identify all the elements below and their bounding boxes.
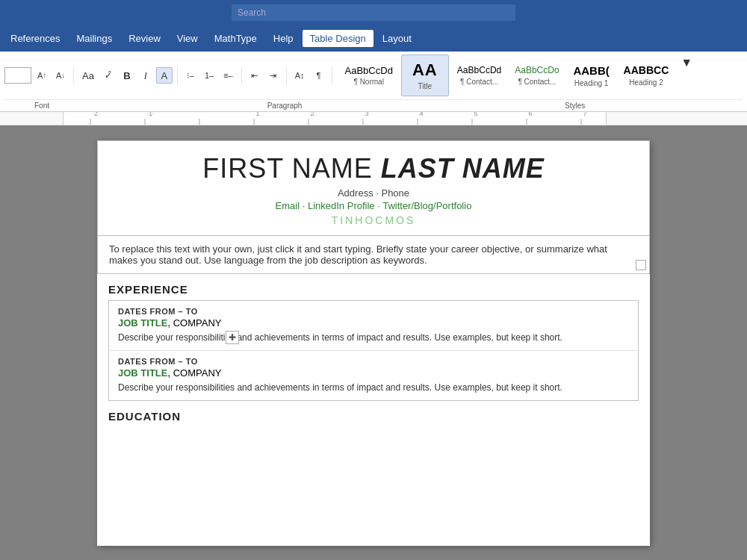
style-contact2-preview: AaBbCcDo [515, 65, 559, 75]
paragraph-section-label: Paragraph [208, 102, 309, 110]
menu-help[interactable]: Help [266, 30, 301, 47]
font-size-group: 35 A↑ A↓ [4, 67, 74, 84]
exp-desc-1: Describe your responsibilities and achie… [118, 332, 629, 344]
search-box[interactable] [232, 4, 515, 21]
style-title-label: Title [418, 82, 433, 90]
style-heading1[interactable]: AABB( Heading 1 [568, 55, 616, 96]
exp-dates-1: DATES FROM – TO [118, 307, 629, 316]
job-title-2: JOB TITLE, [118, 367, 170, 379]
decrease-indent[interactable]: ⇤ [247, 67, 263, 84]
last-name: LAST NAME [381, 153, 545, 184]
ribbon-row2: Font Paragraph Styles [4, 99, 743, 111]
menu-layout[interactable]: Layout [375, 30, 419, 47]
ruler-tick-0 [199, 119, 200, 125]
ribbon-row1: 35 A↑ A↓ Aa ✓̂ B I A ⁝– 1– ≡– ⇤ ⇥ A↕ ¶ [4, 55, 743, 99]
style-contact2[interactable]: AaBbCcDo ¶ Contact... [509, 55, 564, 96]
font-section-label: Font [4, 102, 55, 110]
indent-group: ⇤ ⇥ [247, 67, 287, 84]
resume-links: Email · LinkedIn Profile · Twitter/Blog/… [113, 200, 634, 211]
ruler-tick-2: ·2· [90, 119, 91, 125]
experience-cell-1: DATES FROM – TO JOB TITLE, COMPANY Descr… [109, 301, 639, 351]
document-area: ✚ FIRST NAME LAST NAME Address · Phone E… [0, 125, 747, 560]
multilevel-list-btn[interactable]: ≡– [220, 67, 237, 84]
style-normal[interactable]: AaBbCcDd ¶ Normal [340, 55, 398, 96]
style-contact1[interactable]: AaBbCcDd ¶ Contact... [452, 55, 506, 96]
font-italic[interactable]: I [137, 67, 154, 84]
menu-references[interactable]: References [3, 30, 67, 47]
ruler-tick-2b: 2 [309, 119, 309, 125]
resume-watermark: TINHOCMOS [113, 214, 634, 226]
bullet-list-btn[interactable]: ⁝– [182, 67, 199, 84]
experience-heading: EXPERIENCE [97, 274, 650, 300]
menu-mathtype[interactable]: MathType [207, 30, 264, 47]
ruler-tick-1b: 1 [254, 119, 255, 125]
style-contact2-label: ¶ Contact... [518, 78, 556, 86]
experience-table: DATES FROM – TO JOB TITLE, COMPANY Descr… [108, 300, 639, 401]
styles-section: AaBbCcDd ¶ Normal AA Title AaBbCcDd ¶ Co… [337, 55, 700, 96]
sort-btn[interactable]: A↕ [291, 67, 309, 84]
objective-box[interactable]: To replace this text with your own, just… [97, 236, 650, 274]
style-normal-label: ¶ Normal [354, 78, 384, 86]
table-move-handle[interactable]: ✚ [226, 331, 239, 344]
exp-title-2: JOB TITLE, COMPANY [118, 367, 629, 379]
experience-row-2: DATES FROM – TO JOB TITLE, COMPANY Descr… [109, 350, 639, 400]
job-title-1: JOB TITLE, [118, 317, 170, 329]
style-heading2-preview: AABBCC [624, 64, 669, 77]
increase-indent[interactable]: ⇥ [265, 67, 282, 84]
ruler-tick-3: 3 [363, 119, 364, 125]
exp-desc-2: Describe your responsibilities and achie… [118, 382, 629, 394]
font-size-increase[interactable]: A↑ [34, 67, 50, 84]
menu-mailings[interactable]: Mailings [69, 30, 120, 47]
font-bold[interactable]: B [119, 67, 135, 84]
pilcrow-btn[interactable]: ¶ [311, 67, 327, 84]
style-heading2[interactable]: AABBCC Heading 2 [619, 55, 675, 96]
menu-bar: References Mailings Review View MathType… [0, 25, 747, 52]
list-group: ⁝– 1– ≡– [182, 67, 242, 84]
menu-table-design[interactable]: Table Design [303, 30, 374, 47]
font-caps[interactable]: A [156, 67, 173, 84]
numbered-list-btn[interactable]: 1– [201, 67, 217, 84]
styles-more-btn[interactable]: ▼ [677, 55, 696, 71]
exp-dates-2: DATES FROM – TO [118, 357, 629, 366]
ruler: ·2· ·1· 1 2 3 4 5 6 7 [0, 112, 747, 125]
ruler-inner: ·2· ·1· 1 2 3 4 5 6 7 [63, 112, 607, 125]
style-title-preview: AA [412, 60, 438, 80]
style-heading1-label: Heading 1 [574, 79, 609, 87]
first-name: FIRST NAME [202, 153, 372, 184]
experience-cell-2: DATES FROM – TO JOB TITLE, COMPANY Descr… [109, 350, 639, 400]
title-bar: Document1 - Word [0, 0, 747, 25]
education-heading: EDUCATION [97, 401, 650, 427]
search-input[interactable] [232, 4, 515, 21]
menu-view[interactable]: View [170, 30, 205, 47]
menu-review[interactable]: Review [121, 30, 168, 47]
exp-title-1: JOB TITLE, COMPANY [118, 317, 629, 329]
font-case-group: Aa ✓̂ B I A [78, 67, 178, 84]
ruler-tick-6: 6 [527, 119, 527, 125]
resume-header-table: FIRST NAME LAST NAME Address · Phone Ema… [97, 140, 650, 236]
document-page[interactable]: ✚ FIRST NAME LAST NAME Address · Phone E… [97, 140, 650, 546]
resume-contact: Address · Phone [113, 187, 634, 199]
ruler-tick-5: 5 [472, 119, 473, 125]
style-normal-preview: AaBbCcDd [345, 65, 393, 77]
ribbon: 35 A↑ A↓ Aa ✓̂ B I A ⁝– 1– ≡– ⇤ ⇥ A↕ ¶ [0, 52, 747, 112]
style-heading2-label: Heading 2 [629, 78, 663, 87]
ruler-tick-1: ·1· [145, 119, 146, 125]
style-contact1-label: ¶ Contact... [460, 78, 498, 86]
style-contact1-preview: AaBbCcDd [457, 65, 501, 75]
resize-handle[interactable] [636, 260, 646, 270]
ruler-tick-7: 7 [581, 119, 582, 125]
style-heading1-preview: AABB( [573, 64, 609, 78]
font-case-btn[interactable]: Aa [78, 67, 98, 84]
ruler-tick-4: 4 [418, 119, 418, 125]
clear-format-btn[interactable]: ✓̂ [100, 67, 117, 84]
style-title[interactable]: AA Title [401, 55, 449, 96]
font-size-input[interactable]: 35 [4, 67, 31, 84]
styles-section-label: Styles [460, 102, 591, 110]
resume-name: FIRST NAME LAST NAME [113, 153, 634, 184]
objective-text: To replace this text with your own, just… [109, 243, 607, 266]
font-size-decrease[interactable]: A↓ [52, 67, 69, 84]
company-1: COMPANY [173, 317, 222, 329]
company-2: COMPANY [173, 367, 222, 379]
experience-row-1: DATES FROM – TO JOB TITLE, COMPANY Descr… [109, 301, 639, 351]
sort-group: A↕ ¶ [291, 67, 332, 84]
